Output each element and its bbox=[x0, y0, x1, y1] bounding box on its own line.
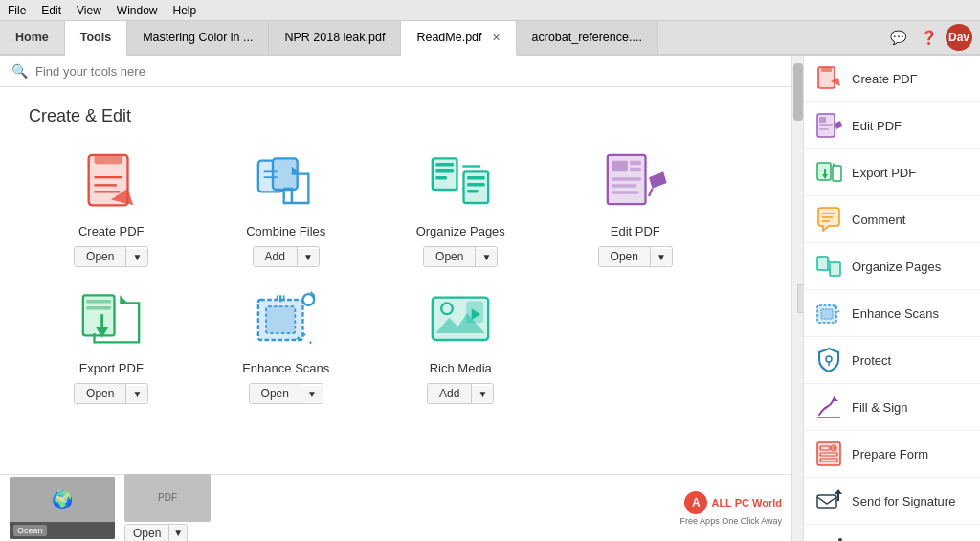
export-pdf-icon bbox=[78, 286, 145, 353]
right-panel: Create PDF Edit PDF bbox=[803, 56, 980, 541]
svg-rect-67 bbox=[821, 309, 833, 319]
menu-view[interactable]: View bbox=[77, 4, 101, 17]
right-tool-comment[interactable]: Comment bbox=[804, 196, 980, 243]
right-tool-prepare-form[interactable]: Prepare Form bbox=[804, 431, 980, 478]
tab-close-readme[interactable]: ✕ bbox=[492, 32, 501, 44]
combine-files-btn[interactable]: Add ▼ bbox=[253, 246, 320, 267]
tab-readme[interactable]: ReadMe.pdf ✕ bbox=[401, 21, 516, 56]
tab-acrobat-reference[interactable]: acrobat_reference.... bbox=[517, 21, 658, 54]
menu-bar: File Edit View Window Help bbox=[0, 0, 980, 21]
collapse-arrow[interactable]: › bbox=[797, 284, 803, 313]
scrollbar-thumb[interactable] bbox=[793, 63, 803, 121]
svg-marker-81 bbox=[835, 489, 842, 494]
right-comment-label: Comment bbox=[852, 213, 905, 227]
tab-tools[interactable]: Tools bbox=[65, 21, 127, 56]
rich-media-label: Rich Media bbox=[430, 361, 492, 375]
organize-pages-icon bbox=[427, 149, 494, 216]
brand-logo-icon: A bbox=[684, 491, 707, 514]
help-button[interactable]: ❓ bbox=[915, 24, 942, 51]
right-tool-protect[interactable]: Protect bbox=[804, 337, 980, 384]
enhance-scans-btn[interactable]: Open ▼ bbox=[249, 383, 323, 404]
organize-pages-btn[interactable]: Open ▼ bbox=[423, 246, 498, 267]
right-protect-icon bbox=[815, 347, 842, 373]
svg-rect-64 bbox=[817, 257, 828, 270]
main-layout: 🔍 Create & Edit bbox=[0, 56, 980, 541]
create-pdf-label: Create PDF bbox=[78, 224, 145, 238]
right-tool-send-signature[interactable]: Send for Signature bbox=[804, 478, 980, 525]
right-tool-send-track[interactable]: Send & Track bbox=[804, 525, 980, 541]
organize-pages-label: Organize Pages bbox=[416, 224, 505, 238]
svg-rect-52 bbox=[819, 117, 826, 123]
search-icon: 🔍 bbox=[11, 63, 28, 79]
right-prepare-form-label: Prepare Form bbox=[852, 447, 928, 462]
edit-pdf-icon bbox=[602, 149, 669, 216]
right-export-pdf-label: Export PDF bbox=[852, 166, 916, 180]
tool-item-create-pdf: Create PDF Open ▼ bbox=[29, 149, 194, 267]
create-pdf-icon bbox=[78, 149, 145, 216]
right-tool-organize-pages[interactable]: Organize Pages bbox=[804, 243, 980, 290]
svg-rect-79 bbox=[817, 495, 836, 508]
chat-button[interactable]: 💬 bbox=[884, 24, 911, 51]
svg-rect-29 bbox=[87, 300, 112, 304]
menu-edit[interactable]: Edit bbox=[41, 4, 61, 17]
right-create-pdf-label: Create PDF bbox=[852, 72, 918, 86]
tab-mastering-color[interactable]: Mastering Color in ... bbox=[127, 21, 269, 54]
right-tool-create-pdf[interactable]: Create PDF bbox=[804, 56, 980, 102]
menu-file[interactable]: File bbox=[8, 4, 26, 17]
tool-grid: Create PDF Open ▼ bbox=[29, 149, 718, 404]
right-organize-pages-label: Organize Pages bbox=[852, 259, 941, 274]
watermark-thumbnail: 🌍 Ocean bbox=[10, 477, 115, 539]
edit-pdf-label: Edit PDF bbox=[611, 224, 660, 238]
svg-text:✦: ✦ bbox=[308, 340, 313, 346]
right-tool-enhance-scans[interactable]: ✦ ✦ ✦ Enhance Scans bbox=[804, 290, 980, 337]
right-fill-sign-icon bbox=[815, 394, 842, 420]
svg-rect-24 bbox=[612, 184, 636, 188]
tool-item-export-pdf: Export PDF Open ▼ bbox=[29, 286, 194, 404]
watermark-brand: A ALL PC World Free Apps One Click Away bbox=[680, 491, 782, 526]
watermark-second-thumb: PDF Open ▼ bbox=[124, 474, 211, 542]
svg-rect-22 bbox=[630, 168, 641, 172]
enhance-scans-icon: ✦ ✦ ✦ bbox=[253, 286, 320, 353]
edit-pdf-btn[interactable]: Open ▼ bbox=[598, 246, 673, 267]
user-avatar[interactable]: Dav bbox=[946, 24, 972, 51]
right-send-signature-label: Send for Signature bbox=[852, 494, 955, 508]
watermark-overlay: 🌍 Ocean PDF Open ▼ bbox=[0, 474, 791, 541]
tab-npr[interactable]: NPR 2018 leak.pdf bbox=[269, 21, 401, 54]
rich-media-btn[interactable]: Add ▼ bbox=[427, 383, 494, 404]
enhance-scans-label: Enhance Scans bbox=[242, 361, 329, 375]
right-enhance-scans-icon: ✦ ✦ ✦ bbox=[815, 300, 842, 327]
svg-rect-49 bbox=[821, 67, 832, 72]
svg-rect-14 bbox=[436, 176, 448, 180]
svg-rect-35 bbox=[266, 306, 295, 333]
watermark-buttons: Open ▼ bbox=[124, 524, 211, 542]
svg-marker-26 bbox=[649, 171, 667, 189]
right-send-track-icon bbox=[815, 534, 842, 541]
right-tool-edit-pdf[interactable]: Edit PDF bbox=[804, 102, 980, 149]
create-pdf-btn[interactable]: Open ▼ bbox=[74, 246, 148, 267]
svg-marker-31 bbox=[121, 295, 128, 303]
right-prepare-form-icon bbox=[815, 440, 842, 467]
right-edit-pdf-icon bbox=[815, 112, 842, 139]
watermark-open-btn[interactable]: Open ▼ bbox=[124, 524, 188, 542]
export-pdf-btn[interactable]: Open ▼ bbox=[74, 383, 148, 404]
section-title: Create & Edit bbox=[29, 106, 774, 126]
content-area: Create & Edit Create PDF bbox=[0, 87, 803, 423]
brand-name: ALL PC World bbox=[711, 497, 782, 508]
tool-item-edit-pdf: Edit PDF Open ▼ bbox=[553, 149, 719, 267]
combine-files-icon bbox=[253, 149, 320, 216]
right-comment-icon bbox=[815, 206, 842, 233]
search-input[interactable] bbox=[35, 64, 791, 79]
export-pdf-label: Export PDF bbox=[79, 361, 144, 375]
right-enhance-scans-label: Enhance Scans bbox=[852, 306, 939, 321]
right-tool-export-pdf[interactable]: Export PDF bbox=[804, 149, 980, 196]
svg-rect-18 bbox=[467, 190, 479, 193]
svg-rect-1 bbox=[95, 155, 122, 164]
menu-help[interactable]: Help bbox=[173, 4, 197, 17]
svg-rect-65 bbox=[830, 262, 840, 276]
tool-item-combine-files: Combine Files Add ▼ bbox=[204, 149, 369, 267]
right-tool-fill-sign[interactable]: Fill & Sign bbox=[804, 384, 980, 431]
svg-rect-53 bbox=[819, 124, 833, 126]
menu-window[interactable]: Window bbox=[117, 4, 158, 17]
tab-home[interactable]: Home bbox=[0, 21, 65, 54]
combine-files-label: Combine Files bbox=[246, 224, 325, 238]
